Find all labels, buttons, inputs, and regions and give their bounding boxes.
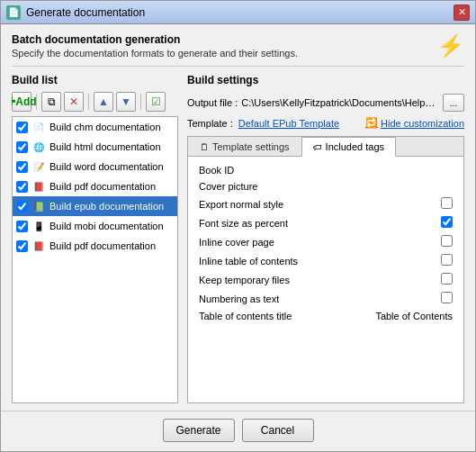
item-checkbox[interactable]: [16, 201, 28, 212]
list-item[interactable]: 🌐 Build html documentation: [13, 137, 177, 157]
item-checkbox[interactable]: [16, 221, 28, 232]
setting-label-cover-pic: Cover picture: [195, 178, 341, 194]
checkbox-inline-cover[interactable]: [441, 235, 453, 247]
item-checkbox[interactable]: [16, 161, 28, 173]
toolbar-separator-2: [88, 94, 89, 110]
table-row: Keep temporary files: [195, 270, 456, 289]
header-icon: ⚡: [437, 33, 464, 59]
table-row: Numbering as text: [195, 289, 456, 308]
build-list-toolbar: ✚ Add ⧉ ✕ ▲ ▼: [12, 92, 178, 112]
dialog-footer: Generate Cancel: [1, 411, 475, 451]
setting-label-book-id: Book ID: [195, 162, 341, 178]
title-bar-left: 📄 Generate documentation: [6, 5, 145, 20]
template-link[interactable]: Default EPub Template: [238, 118, 339, 129]
setting-value-keep-temp: [341, 270, 456, 289]
add-button[interactable]: ✚ Add: [12, 92, 31, 112]
setting-label-keep-temp: Keep temporary files: [195, 270, 341, 289]
copy-button[interactable]: ⧉: [41, 92, 61, 112]
check-all-button[interactable]: ☑: [146, 92, 166, 112]
header-text: Batch documentation generation Specify t…: [12, 33, 298, 59]
chm-icon: 📄: [31, 120, 46, 134]
move-up-button[interactable]: ▲: [94, 92, 113, 112]
tab-template-settings[interactable]: 🗒 Template settings: [188, 137, 301, 156]
down-arrow-icon: ▼: [121, 95, 131, 108]
close-button[interactable]: ✕: [454, 5, 470, 21]
pdf-icon: 📕: [31, 179, 46, 194]
setting-label-toc-title: Table of contents title: [195, 308, 341, 324]
up-arrow-icon: ▲: [98, 95, 109, 108]
generate-button[interactable]: Generate: [163, 419, 235, 442]
move-down-button[interactable]: ▼: [116, 92, 136, 112]
item-label: Build html documentation: [49, 141, 161, 152]
item-label: Build word documentation: [49, 161, 164, 172]
dialog-body: Batch documentation generation Specify t…: [1, 24, 475, 411]
item-label: Build pdf documentation: [49, 240, 156, 251]
cancel-button[interactable]: Cancel: [242, 419, 314, 442]
checkbox-inline-toc[interactable]: [441, 254, 453, 266]
setting-value-export-normal: [341, 194, 456, 213]
output-label: Output file :: [187, 97, 238, 108]
table-row: Font size as percent: [195, 213, 456, 232]
table-row: Cover picture: [195, 178, 456, 194]
list-item[interactable]: 📕 Build pdf documentation: [13, 236, 177, 256]
output-file-row: Output file : C:\Users\KellyFitzpatrick\…: [187, 94, 464, 112]
main-content: Build list ✚ Add ⧉ ✕ ▲: [12, 74, 464, 403]
template-tab-icon: 🗒: [200, 142, 209, 152]
toolbar-separator-1: [36, 94, 37, 110]
checkbox-numbering[interactable]: [441, 292, 453, 303]
settings-table: Book ID Cover picture Export normal styl…: [195, 162, 456, 324]
list-item-selected[interactable]: 📗 Build epub documentation: [13, 196, 177, 216]
item-checkbox[interactable]: [16, 240, 28, 252]
tab-included-tags[interactable]: 🏷 Included tags: [301, 137, 396, 157]
item-label: Build chm documentation: [49, 122, 161, 132]
dialog-window: 📄 Generate documentation ✕ Batch documen…: [0, 0, 476, 452]
item-label: Build pdf documentation: [49, 181, 156, 192]
build-list: 📄 Build chm documentation 🌐 Build html d…: [12, 116, 178, 403]
table-row: Book ID: [195, 162, 456, 178]
list-item[interactable]: 📝 Build word documentation: [13, 157, 177, 176]
setting-value-numbering: [341, 289, 456, 308]
title-bar: 📄 Generate documentation ✕: [1, 1, 475, 24]
hide-customization-link[interactable]: 🔁 Hide customization: [365, 117, 464, 129]
tabs-container: 🗒 Template settings 🏷 Included tags: [187, 136, 464, 403]
setting-value-font-size: [341, 213, 456, 232]
table-row: Inline cover page: [195, 232, 456, 251]
item-checkbox[interactable]: [16, 122, 28, 133]
list-item[interactable]: 📄 Build chm documentation: [13, 117, 177, 137]
item-checkbox[interactable]: [16, 141, 28, 153]
build-settings-title: Build settings: [187, 74, 464, 86]
setting-value-book-id: [341, 162, 456, 178]
template-row: Template : Default EPub Template 🔁 Hide …: [187, 117, 464, 129]
list-item[interactable]: 📱 Build mobi documentation: [13, 216, 177, 236]
left-panel: Build list ✚ Add ⧉ ✕ ▲: [12, 74, 178, 403]
browse-button[interactable]: ...: [443, 94, 464, 112]
word-icon: 📝: [31, 159, 46, 174]
copy-icon: ⧉: [48, 95, 56, 108]
checkbox-font-size[interactable]: [441, 216, 453, 228]
checkbox-export-normal[interactable]: [441, 197, 453, 209]
setting-label-inline-toc: Inline table of contents: [195, 251, 341, 270]
mobi-icon: 📱: [31, 219, 46, 233]
tab-bar: 🗒 Template settings 🏷 Included tags: [188, 137, 463, 157]
checkbox-keep-temp[interactable]: [441, 273, 453, 285]
setting-value-inline-cover: [341, 232, 456, 251]
setting-label-inline-cover: Inline cover page: [195, 232, 341, 251]
header-title: Batch documentation generation: [12, 33, 298, 46]
epub-icon: 📗: [31, 199, 46, 213]
list-item[interactable]: 📕 Build pdf documentation: [13, 176, 177, 196]
item-label: Build epub documentation: [49, 201, 164, 212]
header-section: Batch documentation generation Specify t…: [12, 33, 464, 67]
toolbar-separator-3: [140, 94, 141, 110]
add-label: Add: [15, 95, 36, 108]
tab-template-label: Template settings: [212, 141, 290, 152]
setting-value-toc-title: Table of Contents: [341, 308, 456, 324]
tab-tags-label: Included tags: [326, 141, 384, 152]
item-checkbox[interactable]: [16, 181, 28, 193]
setting-label-font-size: Font size as percent: [195, 213, 341, 232]
delete-button[interactable]: ✕: [64, 92, 84, 112]
setting-label-numbering: Numbering as text: [195, 289, 341, 308]
checkmark-icon: ☑: [151, 95, 161, 108]
table-row: Export normal style: [195, 194, 456, 213]
template-label: Template :: [187, 118, 233, 129]
setting-label-export-normal: Export normal style: [195, 194, 341, 213]
